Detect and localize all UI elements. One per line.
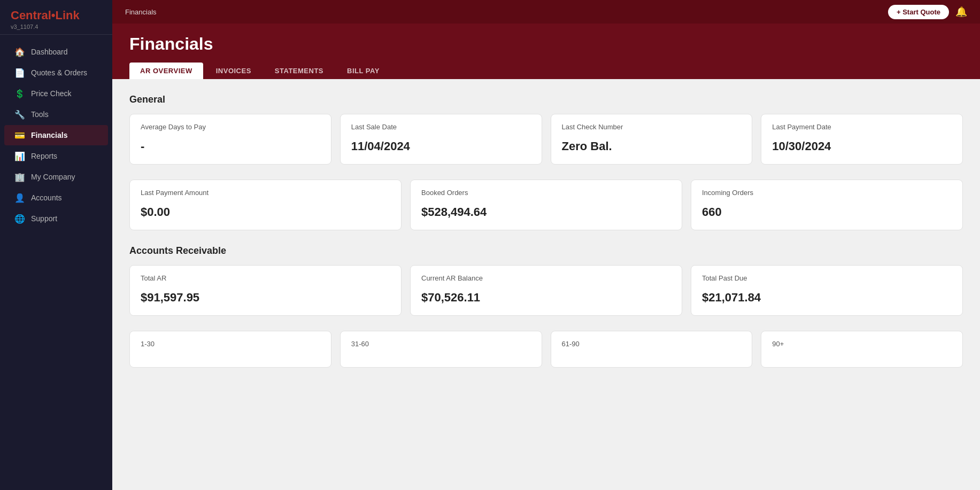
card-label-1-30: 1-30 [141, 340, 320, 348]
card-last-sale-date: Last Sale Date 11/04/2024 [340, 114, 542, 165]
quotes-icon: 📄 [15, 68, 25, 77]
ar-title: Accounts Receivable [129, 245, 963, 256]
sidebar-label-tools: Tools [31, 110, 49, 119]
sidebar-label-accounts: Accounts [31, 193, 62, 202]
sidebar-nav: 🏠 Dashboard 📄 Quotes & Orders 💲 Price Ch… [0, 35, 112, 490]
content-area: General Average Days to Pay - Last Sale … [112, 79, 980, 490]
card-label-last-payment-amount: Last Payment Amount [141, 189, 390, 197]
sidebar-item-financials[interactable]: 💳 Financials [4, 125, 108, 145]
card-label-61-90: 61-90 [562, 340, 742, 348]
accounts-icon: 👤 [15, 193, 25, 203]
page-header: Financials AR OVERVIEW INVOICES STATEMEN… [112, 24, 980, 79]
card-last-payment-amount: Last Payment Amount $0.00 [129, 180, 402, 230]
financials-icon: 💳 [15, 130, 25, 140]
card-value-current-ar: $70,526.11 [421, 291, 671, 305]
card-value-avg-days: - [141, 139, 320, 153]
general-section: General Average Days to Pay - Last Sale … [129, 94, 963, 230]
logo-container: Central•Link v3_1107.4 [0, 0, 112, 35]
sidebar-item-price-check[interactable]: 💲 Price Check [4, 83, 108, 104]
card-current-ar-balance: Current AR Balance $70,526.11 [410, 265, 682, 316]
tab-invoices[interactable]: INVOICES [205, 63, 262, 79]
ar-section: Accounts Receivable Total AR $91,597.95 … [129, 245, 963, 368]
general-title: General [129, 94, 963, 105]
card-label-current-ar: Current AR Balance [421, 274, 671, 282]
support-icon: 🌐 [15, 214, 25, 223]
card-label-90plus: 90+ [772, 340, 952, 348]
card-incoming-orders: Incoming Orders 660 [691, 180, 963, 230]
sidebar-label-reports: Reports [31, 152, 57, 160]
card-label-31-60: 31-60 [351, 340, 531, 348]
company-icon: 🏢 [15, 172, 25, 182]
card-aging-1-30: 1-30 [129, 331, 331, 368]
card-label-avg-days: Average Days to Pay [141, 123, 320, 131]
card-label-total-past-due: Total Past Due [702, 274, 952, 282]
card-value-total-past-due: $21,071.84 [702, 291, 952, 305]
card-value-last-payment-amount: $0.00 [141, 205, 390, 219]
general-cards-row1: Average Days to Pay - Last Sale Date 11/… [129, 114, 963, 165]
card-label-last-check: Last Check Number [562, 123, 742, 131]
topbar-title: Financials [125, 8, 157, 16]
card-aging-31-60: 31-60 [340, 331, 542, 368]
sidebar-item-my-company[interactable]: 🏢 My Company [4, 167, 108, 187]
card-label-booked-orders: Booked Orders [421, 189, 671, 197]
logo-central: Central [11, 9, 51, 22]
general-cards-row2: Last Payment Amount $0.00 Booked Orders … [129, 180, 963, 230]
tab-ar-overview[interactable]: AR OVERVIEW [129, 63, 203, 79]
ar-cards-row2: 1-30 31-60 61-90 90+ [129, 331, 963, 368]
sidebar-item-quotes-orders[interactable]: 📄 Quotes & Orders [4, 63, 108, 83]
sidebar-label-price-check: Price Check [31, 89, 71, 98]
card-total-past-due: Total Past Due $21,071.84 [691, 265, 963, 316]
sidebar-item-tools[interactable]: 🔧 Tools [4, 104, 108, 125]
card-last-payment-date: Last Payment Date 10/30/2024 [761, 114, 963, 165]
tab-statements[interactable]: STATEMENTS [264, 63, 334, 79]
start-quote-label: + Start Quote [897, 8, 940, 16]
card-aging-61-90: 61-90 [551, 331, 753, 368]
card-value-booked-orders: $528,494.64 [421, 205, 671, 219]
price-check-icon: 💲 [15, 89, 25, 98]
sidebar-label-dashboard: Dashboard [31, 48, 68, 56]
card-avg-days-to-pay: Average Days to Pay - [129, 114, 331, 165]
topbar-actions: + Start Quote 🔔 [888, 5, 967, 19]
top-bar: Financials + Start Quote 🔔 [112, 0, 980, 24]
card-label-last-payment-date: Last Payment Date [772, 123, 952, 131]
sidebar-label-quotes-orders: Quotes & Orders [31, 68, 87, 77]
app-version: v3_1107.4 [11, 24, 102, 30]
sidebar-item-reports[interactable]: 📊 Reports [4, 146, 108, 166]
tools-icon: 🔧 [15, 110, 25, 119]
card-aging-90plus: 90+ [761, 331, 963, 368]
card-last-check-number: Last Check Number Zero Bal. [551, 114, 753, 165]
card-value-last-sale: 11/04/2024 [351, 139, 531, 153]
card-value-last-check: Zero Bal. [562, 139, 742, 153]
card-value-total-ar: $91,597.95 [141, 291, 390, 305]
notifications-icon[interactable]: 🔔 [955, 6, 967, 18]
ar-cards-row1: Total AR $91,597.95 Current AR Balance $… [129, 265, 963, 316]
page-title: Financials [129, 34, 963, 54]
logo-link: •Link [51, 9, 80, 22]
card-booked-orders: Booked Orders $528,494.64 [410, 180, 682, 230]
home-icon: 🏠 [15, 47, 25, 57]
sidebar: Central•Link v3_1107.4 🏠 Dashboard 📄 Quo… [0, 0, 112, 490]
sidebar-label-my-company: My Company [31, 173, 75, 181]
sidebar-label-financials: Financials [31, 131, 67, 139]
start-quote-button[interactable]: + Start Quote [888, 5, 949, 19]
sidebar-label-support: Support [31, 214, 57, 223]
app-logo: Central•Link [11, 9, 102, 22]
tab-bill-pay[interactable]: BILL PAY [336, 63, 390, 79]
card-label-last-sale: Last Sale Date [351, 123, 531, 131]
card-value-incoming-orders: 660 [702, 205, 952, 219]
card-total-ar: Total AR $91,597.95 [129, 265, 402, 316]
reports-icon: 📊 [15, 151, 25, 161]
sidebar-item-accounts[interactable]: 👤 Accounts [4, 188, 108, 208]
card-label-total-ar: Total AR [141, 274, 390, 282]
main-area: Financials + Start Quote 🔔 Financials AR… [112, 0, 980, 490]
sidebar-item-dashboard[interactable]: 🏠 Dashboard [4, 42, 108, 62]
tabs-container: AR OVERVIEW INVOICES STATEMENTS BILL PAY [129, 63, 963, 79]
sidebar-item-support[interactable]: 🌐 Support [4, 208, 108, 229]
card-value-last-payment-date: 10/30/2024 [772, 139, 952, 153]
card-label-incoming-orders: Incoming Orders [702, 189, 952, 197]
